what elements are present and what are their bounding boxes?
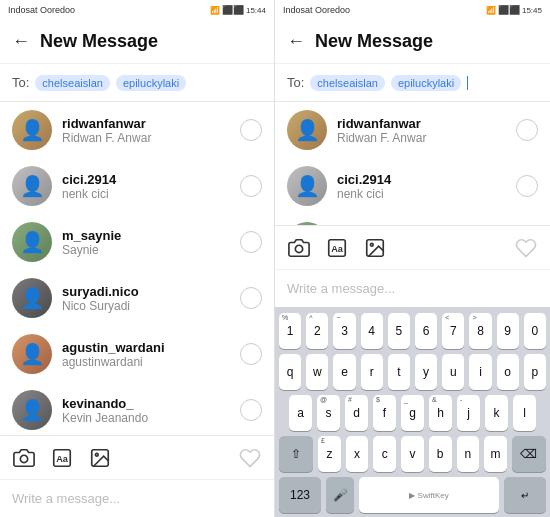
contact-item-1-left[interactable]: 👤 ridwanfanwar Ridwan F. Anwar: [0, 102, 274, 158]
svg-point-9: [370, 243, 373, 246]
radio-5-left[interactable]: [240, 343, 262, 365]
contact-info-1-left: ridwanfanwar Ridwan F. Anwar: [62, 116, 230, 145]
key-0[interactable]: 0: [524, 313, 546, 349]
shift-key[interactable]: ⇧: [279, 436, 313, 472]
key-9[interactable]: 9: [497, 313, 519, 349]
heart-icon-left[interactable]: [238, 446, 262, 470]
key-i[interactable]: i: [469, 354, 491, 390]
message-input-left[interactable]: Write a message...: [0, 479, 274, 517]
avatar-1-right: 👤: [287, 110, 327, 150]
key-u[interactable]: u: [442, 354, 464, 390]
key-y[interactable]: y: [415, 354, 437, 390]
to-tag-0-left[interactable]: chelseaislan: [35, 75, 110, 91]
contact-item-1-right[interactable]: 👤 ridwanfanwar Ridwan F. Anwar: [275, 102, 550, 158]
message-input-right[interactable]: Write a message...: [275, 269, 550, 307]
key-h[interactable]: &h: [429, 395, 452, 431]
contact-info-5-left: agustin_wardani agustinwardani: [62, 340, 230, 369]
camera-icon-right[interactable]: [287, 236, 311, 260]
key-r[interactable]: r: [361, 354, 383, 390]
contact-item-6-left[interactable]: 👤 kevinando_ Kevin Jeanando: [0, 382, 274, 435]
key-1[interactable]: %1: [279, 313, 301, 349]
key-b[interactable]: b: [429, 436, 452, 472]
contact-item-2-right[interactable]: 👤 cici.2914 nenk cici: [275, 158, 550, 214]
contact-item-3-left[interactable]: 👤 m_saynie Saynie: [0, 214, 274, 270]
key-w[interactable]: w: [306, 354, 328, 390]
key-4[interactable]: 4: [361, 313, 383, 349]
to-tag-1-left[interactable]: epiluckylaki: [116, 75, 186, 91]
key-s[interactable]: @s: [317, 395, 340, 431]
username-1-right: ridwanfanwar: [337, 116, 506, 131]
text-icon-left[interactable]: Aa: [50, 446, 74, 470]
keyboard-zxcv-row: ⇧ £z x c v b n m ⌫: [279, 436, 546, 472]
delete-key[interactable]: ⌫: [512, 436, 546, 472]
radio-1-left[interactable]: [240, 119, 262, 141]
username-6-left: kevinando_: [62, 396, 230, 411]
return-key[interactable]: ↵: [504, 477, 546, 513]
name-1-left: Ridwan F. Anwar: [62, 131, 230, 145]
key-6[interactable]: 6: [415, 313, 437, 349]
key-2[interactable]: ^2: [306, 313, 328, 349]
key-c[interactable]: c: [373, 436, 396, 472]
page-title-left: New Message: [40, 31, 158, 52]
keyboard-number-row: %1 ^2 ~3 4 5 6 <7 >8 9 0: [279, 313, 546, 349]
key-8[interactable]: >8: [469, 313, 491, 349]
numbers-key[interactable]: 123: [279, 477, 321, 513]
back-button-left[interactable]: ←: [12, 31, 30, 52]
name-6-left: Kevin Jeanando: [62, 411, 230, 425]
username-4-left: suryadi.nico: [62, 284, 230, 299]
key-v[interactable]: v: [401, 436, 424, 472]
contact-item-2-left[interactable]: 👤 cici.2914 nenk cici: [0, 158, 274, 214]
time-right: 15:45: [522, 6, 542, 15]
radio-4-left[interactable]: [240, 287, 262, 309]
contact-item-3-right[interactable]: 👤 m_saynie Saynie: [275, 214, 550, 225]
to-tag-1-right[interactable]: epiluckylaki: [391, 75, 461, 91]
username-2-right: cici.2914: [337, 172, 506, 187]
key-f[interactable]: $f: [373, 395, 396, 431]
key-7[interactable]: <7: [442, 313, 464, 349]
text-icon-right[interactable]: Aa: [325, 236, 349, 260]
key-g[interactable]: _g: [401, 395, 424, 431]
key-p[interactable]: p: [524, 354, 546, 390]
radio-1-right[interactable]: [516, 119, 538, 141]
key-q[interactable]: q: [279, 354, 301, 390]
gallery-icon-left[interactable]: [88, 446, 112, 470]
key-m[interactable]: m: [484, 436, 507, 472]
username-3-left: m_saynie: [62, 228, 230, 243]
right-panel: Indosat Ooredoo 📶 ⬛⬛ 15:45 ← New Message…: [275, 0, 550, 517]
to-tag-0-right[interactable]: chelseaislan: [310, 75, 385, 91]
top-bar-left: ← New Message: [0, 20, 274, 64]
key-5[interactable]: 5: [388, 313, 410, 349]
radio-3-left[interactable]: [240, 231, 262, 253]
key-k[interactable]: k: [485, 395, 508, 431]
to-label-left: To:: [12, 75, 29, 90]
contact-item-5-left[interactable]: 👤 agustin_wardani agustinwardani: [0, 326, 274, 382]
contact-info-1-right: ridwanfanwar Ridwan F. Anwar: [337, 116, 506, 145]
avatar-6-left: 👤: [12, 390, 52, 430]
key-3[interactable]: ~3: [333, 313, 355, 349]
contact-item-4-left[interactable]: 👤 suryadi.nico Nico Suryadi: [0, 270, 274, 326]
back-button-right[interactable]: ←: [287, 31, 305, 52]
status-bar-right: Indosat Ooredoo 📶 ⬛⬛ 15:45: [275, 0, 550, 20]
radio-2-left[interactable]: [240, 175, 262, 197]
key-j[interactable]: -j: [457, 395, 480, 431]
mic-key[interactable]: 🎤: [326, 477, 354, 513]
key-d[interactable]: #d: [345, 395, 368, 431]
key-a[interactable]: a: [289, 395, 312, 431]
key-o[interactable]: o: [497, 354, 519, 390]
key-n[interactable]: n: [457, 436, 480, 472]
key-e[interactable]: e: [333, 354, 355, 390]
key-x[interactable]: x: [346, 436, 369, 472]
key-l[interactable]: l: [513, 395, 536, 431]
radio-6-left[interactable]: [240, 399, 262, 421]
left-panel: Indosat Ooredoo 📶 ⬛⬛ 15:44 ← New Message…: [0, 0, 275, 517]
radio-2-right[interactable]: [516, 175, 538, 197]
to-label-right: To:: [287, 75, 304, 90]
camera-icon-left[interactable]: [12, 446, 36, 470]
key-t[interactable]: t: [388, 354, 410, 390]
heart-icon-right[interactable]: [514, 236, 538, 260]
keyboard-qwerty-row: q w e r t y u i o p: [279, 354, 546, 390]
space-key[interactable]: ▶ SwiftKey: [359, 477, 499, 513]
key-z[interactable]: £z: [318, 436, 341, 472]
svg-point-4: [95, 453, 98, 456]
gallery-icon-right[interactable]: [363, 236, 387, 260]
